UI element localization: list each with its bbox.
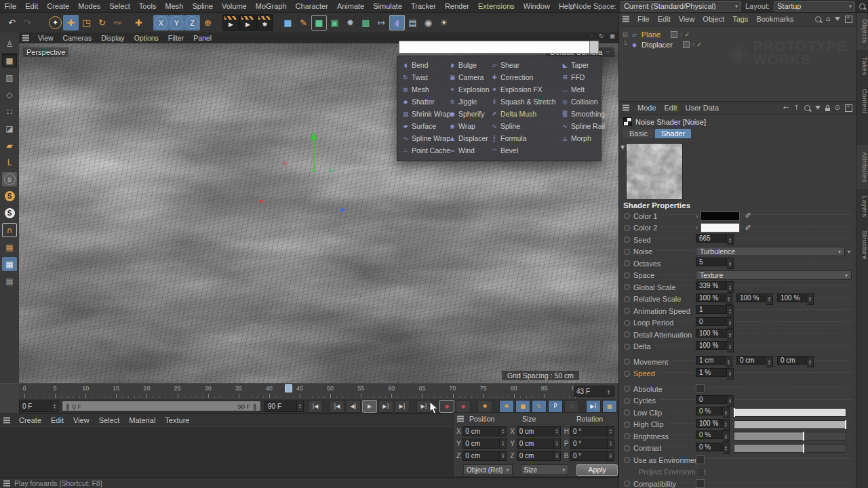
add-spline-button[interactable]: ✎ — [296, 15, 311, 30]
menu-select[interactable]: Select — [105, 0, 135, 12]
up-icon[interactable]: ↑ — [793, 104, 799, 111]
keyframe-dot-icon[interactable] — [624, 284, 630, 290]
current-frame-field[interactable]: 43 F — [574, 386, 614, 397]
snap-toggle-button[interactable]: ∩ — [2, 223, 17, 237]
seed-spinner[interactable] — [727, 234, 734, 245]
object-manager[interactable]: ⊟▱Plane∶✓└◆Displacer∶✓ ◈ PROTOTYPE WORKS — [619, 26, 856, 101]
tab-basic[interactable]: Basic — [623, 129, 654, 138]
expand-arrow-icon[interactable]: › — [696, 224, 698, 231]
deformer-item-bevel[interactable]: ◠Bevel — [489, 144, 559, 157]
deformer-item-melt[interactable]: ◡Melt — [559, 83, 600, 96]
coordinate-mode-dropdown[interactable]: Object (Rel) — [463, 464, 513, 475]
deformer-item-wind[interactable]: ≈Wind — [447, 144, 489, 157]
back-icon[interactable]: ← — [783, 104, 789, 111]
noise-dropdown[interactable]: Turbulence — [696, 247, 845, 256]
refresh-icon[interactable]: ↻ — [599, 33, 604, 39]
coordinate-system-toggle[interactable]: ⊕ — [200, 15, 216, 30]
animation-speed-field[interactable]: 1 — [696, 305, 727, 314]
record-position-toggle[interactable]: ✚ — [499, 400, 514, 413]
go-to-end-button[interactable]: ▶| — [416, 400, 431, 413]
timeline-start-spinner[interactable] — [52, 401, 58, 412]
low-clip-field[interactable]: 0 % — [696, 407, 723, 415]
menu-mograph[interactable]: MoGraph — [251, 0, 291, 12]
speed-spinner[interactable] — [727, 368, 734, 380]
keyframe-dot-icon[interactable] — [624, 331, 630, 338]
rotation-h-field[interactable]: 0 ° — [570, 426, 608, 436]
keyframe-dot-icon[interactable] — [624, 445, 630, 451]
attribute-menu-mode[interactable]: Mode — [633, 104, 660, 112]
relative-scale-1-field[interactable]: 100 % — [736, 293, 766, 302]
filter-icon[interactable] — [835, 17, 840, 21]
search-scroll-nub[interactable] — [590, 41, 599, 54]
go-to-previous-frame-button[interactable]: ◀| — [346, 400, 361, 413]
viewport-menu-options[interactable]: Options — [130, 33, 163, 43]
eyedropper-icon[interactable]: ✐ — [745, 211, 751, 220]
add-subdivision-surface-button[interactable]: ■ — [311, 15, 327, 30]
deformer-item-point-cache[interactable]: ∴Point Cache — [400, 144, 447, 157]
status-menu-icon[interactable] — [3, 483, 10, 484]
detail-attenuation-field[interactable]: 100 % — [696, 329, 727, 338]
visibility-dots-icon[interactable]: ∶ — [680, 31, 682, 38]
keyframe-dot-icon[interactable] — [624, 457, 630, 463]
keyframe-dot-icon[interactable] — [624, 344, 630, 350]
material-menu-texture[interactable]: Texture — [160, 416, 194, 424]
delta-spinner[interactable] — [727, 341, 734, 352]
view-label[interactable]: Perspective — [23, 47, 68, 57]
movement-0-spinner[interactable] — [726, 356, 732, 367]
enabled-check-icon[interactable]: ✓ — [696, 41, 702, 48]
contrast-field[interactable]: 0 % — [696, 443, 723, 451]
undock-icon[interactable]: ▣ — [609, 33, 615, 39]
y-axis-lock[interactable]: Y — [169, 15, 184, 30]
size-mode-dropdown[interactable]: Size — [521, 464, 569, 475]
keyframe-dot-icon[interactable] — [624, 371, 630, 377]
use-as-environment-checkbox[interactable] — [696, 455, 705, 464]
attribute-menu-user-data[interactable]: User Data — [682, 104, 724, 112]
add-camera-button[interactable]: ◉ — [420, 15, 436, 30]
rotate-tool[interactable]: ↻ — [94, 15, 110, 30]
deformer-item-explosion[interactable]: ✶Explosion — [447, 83, 489, 96]
viewport-menu-view[interactable]: View — [33, 33, 58, 43]
menu-character[interactable]: Character — [291, 0, 332, 12]
position-z-field[interactable]: 0 cm — [462, 451, 500, 461]
panel-tab-layers[interactable]: Layers — [856, 189, 868, 224]
timeline-range-slider[interactable]: ❚ 0 F 90 F ❚ — [62, 401, 261, 411]
keyframe-dot-icon[interactable] — [624, 320, 630, 326]
speed-field[interactable]: 1 % — [696, 368, 727, 377]
movement-2-field[interactable]: 0 cm — [777, 356, 807, 365]
menu-window[interactable]: Window — [519, 0, 554, 12]
viewport-solo-single-button[interactable]: S — [2, 189, 17, 203]
deformer-item-bulge[interactable]: ◗Bulge — [447, 59, 489, 71]
play-forwards-button[interactable]: ▶ — [362, 400, 377, 413]
viewport-menu-display[interactable]: Display — [96, 33, 129, 43]
detail-attenuation-spinner[interactable] — [727, 329, 734, 340]
viewport-solo-off-button[interactable]: S — [2, 172, 17, 186]
make-editable-button[interactable]: ♙ — [2, 37, 17, 51]
expand-arrow-icon[interactable]: › — [696, 213, 698, 220]
live-selection-tool[interactable]: ✦ — [47, 15, 63, 30]
eyedropper-icon[interactable]: ✐ — [745, 224, 751, 232]
move-tool[interactable]: ✚ — [63, 15, 79, 30]
keyframe-dot-icon[interactable] — [624, 481, 630, 487]
size-z-field[interactable]: 0 cm — [517, 451, 554, 461]
current-frame-spinner[interactable] — [606, 386, 612, 396]
autokeying-button[interactable]: ◉ — [456, 400, 471, 413]
high-clip-slider[interactable] — [734, 420, 846, 429]
add-volume-button[interactable]: ▣ — [327, 15, 342, 30]
lock-icon[interactable] — [825, 108, 830, 111]
material-menu-edit[interactable]: Edit — [46, 416, 68, 424]
high-clip-spinner[interactable] — [723, 419, 730, 430]
deformer-item-twist[interactable]: ↻Twist — [400, 71, 447, 83]
deformer-item-delta-mush[interactable]: ✐Delta Mush — [489, 108, 559, 120]
scale-tool[interactable]: ◳ — [79, 15, 94, 30]
material-menu-icon[interactable] — [3, 420, 10, 421]
add-symmetry-button[interactable]: ↦ — [374, 15, 389, 30]
rotation-p-field[interactable]: 0 ° — [570, 439, 608, 449]
workplane-mode-button[interactable]: ◇ — [2, 87, 17, 102]
size-y-spinner[interactable] — [554, 439, 561, 449]
deformer-item-taper[interactable]: ◣Taper — [559, 59, 600, 71]
deformer-item-collision[interactable]: ◎Collision — [559, 96, 600, 108]
z-axis-lock[interactable]: Z — [184, 15, 200, 30]
viewport-menu-cameras[interactable]: Cameras — [58, 33, 97, 43]
absolute-checkbox[interactable] — [696, 384, 705, 393]
object-manager-menu-icon[interactable] — [623, 18, 629, 20]
